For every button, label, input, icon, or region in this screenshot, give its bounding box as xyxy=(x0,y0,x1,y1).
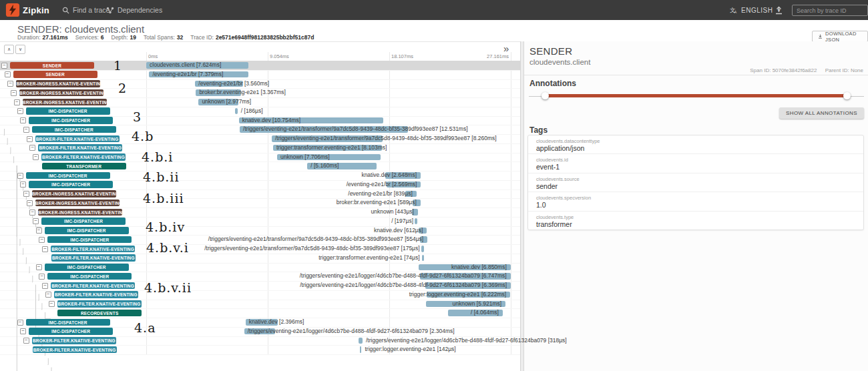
expand-collapse-box[interactable]: − xyxy=(27,200,33,206)
span-bar[interactable] xyxy=(422,255,424,262)
expand-collapse-box[interactable]: − xyxy=(36,228,42,234)
service-chip[interactable]: BROKER-FILTER.KNATIVE-EVENTING xyxy=(51,246,135,253)
service-chip[interactable]: IMC-DISPATCHER xyxy=(32,126,116,133)
expand-collapse-box[interactable]: − xyxy=(29,210,35,216)
service-chip[interactable]: BROKER-FILTER.KNATIVE-EVENTING xyxy=(51,282,135,290)
span-detail-panel: SENDER cloudevents.client Span ID: 5070f… xyxy=(524,41,868,371)
expand-collapse-box[interactable]: − xyxy=(49,301,55,307)
span-bar-label: knative.dev [612µs] xyxy=(374,226,423,236)
expand-collapse-box[interactable]: − xyxy=(33,154,39,160)
service-chip[interactable]: IMC-DISPATCHER xyxy=(47,236,132,244)
service-chip[interactable]: BROKER-INGRESS.KNATIVE-EVENTING xyxy=(35,200,120,207)
tag-key: cloudevents.id xyxy=(536,157,568,163)
expand-collapse-box[interactable]: − xyxy=(39,274,45,280)
brand-name[interactable]: Zipkin xyxy=(23,5,49,15)
dependencies-icon xyxy=(106,7,114,14)
span-bar[interactable] xyxy=(235,108,238,115)
span-bar[interactable] xyxy=(415,218,417,225)
span-bar-label: /triggers/eventing-e2e1/logger/4d6cb7be-… xyxy=(366,336,567,346)
service-chip[interactable]: BROKER-INGRESS.KNATIVE-EVENTING xyxy=(38,209,122,216)
expand-collapse-box[interactable]: − xyxy=(5,71,11,77)
service-chip[interactable]: BROKER-FILTER.KNATIVE-EVENTING xyxy=(35,135,120,143)
tag-key: cloudevents.source xyxy=(536,176,580,182)
service-chip[interactable]: SENDER xyxy=(10,62,94,69)
zipkin-app: Zipkin Find a trace Dependencies 文 A ENG… xyxy=(0,0,868,371)
expand-collapse-box[interactable]: − xyxy=(42,246,48,252)
row-separator xyxy=(0,354,520,355)
expand-collapse-box[interactable]: − xyxy=(45,292,51,298)
service-chip[interactable]: BROKER-FILTER.KNATIVE-EVENTING xyxy=(51,254,136,262)
service-chip[interactable]: BROKER-INGRESS.KNATIVE-EVENTING xyxy=(32,190,116,198)
expand-collapse-box[interactable]: − xyxy=(23,338,29,344)
service-chip[interactable]: BROKER-FILTER.KNATIVE-EVENTING xyxy=(57,300,142,308)
zipkin-logo-icon[interactable] xyxy=(5,3,20,17)
expand-collapse-box[interactable]: − xyxy=(36,264,42,270)
expand-collapse-box[interactable]: − xyxy=(23,191,29,197)
service-chip[interactable]: BROKER-INGRESS.KNATIVE-EVENTING xyxy=(16,80,100,87)
span-bar-label: unknown [7.706ms] xyxy=(280,153,330,162)
service-chip[interactable]: IMC-DISPATCHER xyxy=(29,328,113,335)
expand-collapse-box[interactable]: − xyxy=(20,328,26,334)
expand-collapse-box[interactable]: − xyxy=(42,283,48,289)
service-chip[interactable]: BROKER-FILTER.KNATIVE-EVENTING xyxy=(41,153,126,161)
expand-collapse-box[interactable]: − xyxy=(27,136,33,142)
span-bar-label: /triggers/eventing-e2e1/transformer/9a7d… xyxy=(243,125,467,134)
expand-collapse-box[interactable]: − xyxy=(7,81,13,87)
download-icon xyxy=(818,33,823,39)
service-chip[interactable]: IMC-DISPATCHER xyxy=(45,264,129,271)
service-chip[interactable]: IMC-DISPATCHER xyxy=(29,181,113,188)
span-bar[interactable] xyxy=(360,346,362,353)
dependencies-nav[interactable]: Dependencies xyxy=(106,0,162,20)
expand-collapse-box[interactable]: − xyxy=(23,127,29,133)
span-bar-label: / [4.064ms] xyxy=(471,308,499,318)
service-chip[interactable]: BROKER-FILTER.KNATIVE-EVENTING xyxy=(38,144,122,151)
service-chip[interactable]: IMC-DISPATCHER xyxy=(45,227,129,234)
service-chip[interactable]: IMC-DISPATCHER xyxy=(26,107,110,115)
service-chip[interactable]: IMC-DISPATCHER xyxy=(29,117,113,124)
expand-collapse-box[interactable]: − xyxy=(17,320,23,326)
expand-collapse-box[interactable]: − xyxy=(1,63,7,69)
span-ids: Span ID: 5070fe3842f6a822 Parent ID: Non… xyxy=(750,67,863,73)
service-chip[interactable]: BROKER-FILTER.KNATIVE-EVENTING xyxy=(32,337,116,344)
service-chip[interactable]: RECORDEVENTS xyxy=(57,310,142,317)
span-bar[interactable] xyxy=(421,246,424,252)
annotations-slider-handle-left[interactable] xyxy=(541,92,549,99)
search-by-trace-id-input[interactable] xyxy=(792,5,868,16)
service-chip[interactable]: IMC-DISPATCHER xyxy=(41,218,126,225)
service-chip[interactable]: BROKER-INGRESS.KNATIVE-EVENTING xyxy=(23,99,107,106)
expand-collapse-box[interactable]: − xyxy=(14,99,20,105)
span-bar-label: broker:br.eventing-e2e1 [3.367ms] xyxy=(199,88,285,97)
service-chip[interactable]: BROKER-FILTER.KNATIVE-EVENTING xyxy=(33,346,117,354)
trace-rows: −SENDERcloudevents.client [7.624ms]−SEND… xyxy=(0,61,520,355)
service-chip[interactable]: BROKER-INGRESS.KNATIVE-EVENTING xyxy=(19,89,103,97)
stat-item: Total Spans:32 xyxy=(144,34,183,41)
service-chip[interactable]: IMC-DISPATCHER xyxy=(26,172,110,179)
service-chip[interactable]: IMC-DISPATCHER xyxy=(26,319,110,326)
tags-card: cloudevents.datacontenttypeapplication/j… xyxy=(527,135,864,230)
service-chip[interactable]: SENDER xyxy=(13,71,97,78)
download-json-button[interactable]: DOWNLOAD JSON xyxy=(812,31,868,42)
service-chip[interactable]: BROKER-FILTER.KNATIVE-EVENTING xyxy=(54,291,138,298)
upload-trace-button[interactable] xyxy=(775,0,783,20)
expand-collapse-box[interactable]: − xyxy=(33,218,39,224)
language-selector[interactable]: 文 A ENGLISH ▾ xyxy=(730,0,781,20)
tag-row: cloudevents.typetransformer xyxy=(528,211,863,230)
span-bar-label: unknown [5.921ms] xyxy=(452,300,501,309)
service-chip[interactable]: IMC-DISPATCHER xyxy=(47,273,132,280)
expand-collapse-box[interactable]: − xyxy=(20,117,26,123)
tag-key: cloudevents.type xyxy=(536,214,574,220)
expand-collapse-box[interactable]: − xyxy=(17,173,23,179)
span-bar-label: /eventing-e2e1/br [2.569ms] xyxy=(347,180,417,190)
expand-collapse-box[interactable]: − xyxy=(11,90,17,96)
span-bar[interactable] xyxy=(359,338,363,344)
expand-collapse-box[interactable]: − xyxy=(17,108,23,114)
span-bar-label: broker:br.eventing-e2e1 [589µs] xyxy=(337,198,417,208)
annotations-slider-handle-right[interactable] xyxy=(843,92,851,99)
expand-collapse-box[interactable]: − xyxy=(20,181,26,188)
expand-collapse-box[interactable]: − xyxy=(39,237,45,243)
show-all-annotations-button[interactable]: SHOW ALL ANNOTATIONS xyxy=(779,107,864,119)
service-chip[interactable]: TRANSFORMER xyxy=(42,163,126,170)
expand-collapse-box[interactable]: − xyxy=(29,145,35,151)
find-a-trace-nav[interactable]: Find a trace xyxy=(62,0,110,20)
span-bar-label: /eventing-e2e1/br [3.560ms] xyxy=(198,79,269,89)
